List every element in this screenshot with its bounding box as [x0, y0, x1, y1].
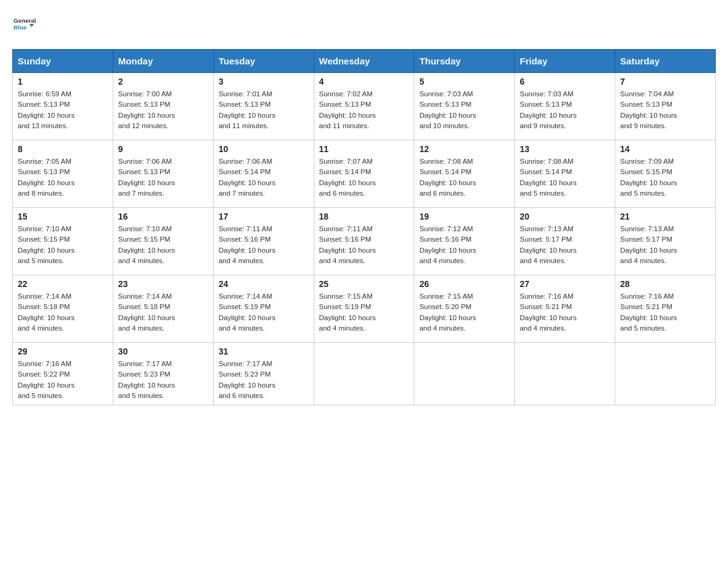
day-info: Sunrise: 7:08 AM Sunset: 5:14 PM Dayligh…	[520, 156, 610, 199]
day-number: 10	[219, 144, 309, 154]
day-info: Sunrise: 7:14 AM Sunset: 5:19 PM Dayligh…	[219, 291, 309, 334]
calendar-cell: 9 Sunrise: 7:06 AM Sunset: 5:13 PM Dayli…	[113, 140, 213, 208]
day-info: Sunrise: 7:09 AM Sunset: 5:15 PM Dayligh…	[620, 156, 710, 199]
day-number: 26	[419, 279, 509, 289]
weekday-header-saturday: Saturday	[615, 50, 716, 73]
calendar-cell: 12 Sunrise: 7:08 AM Sunset: 5:14 PM Dayl…	[414, 140, 515, 208]
calendar-cell: 17 Sunrise: 7:11 AM Sunset: 5:16 PM Dayl…	[213, 208, 314, 275]
day-number: 28	[620, 279, 710, 289]
day-info: Sunrise: 7:13 AM Sunset: 5:17 PM Dayligh…	[620, 224, 710, 266]
day-info: Sunrise: 7:15 AM Sunset: 5:20 PM Dayligh…	[419, 291, 509, 334]
day-info: Sunrise: 7:00 AM Sunset: 5:13 PM Dayligh…	[118, 89, 208, 131]
day-number: 17	[219, 212, 309, 221]
svg-marker-1	[29, 24, 34, 27]
day-info: Sunrise: 7:11 AM Sunset: 5:16 PM Dayligh…	[219, 224, 309, 266]
calendar-cell	[615, 343, 716, 405]
day-number: 25	[319, 279, 409, 289]
calendar-cell: 24 Sunrise: 7:14 AM Sunset: 5:19 PM Dayl…	[213, 275, 314, 343]
day-info: Sunrise: 7:03 AM Sunset: 5:13 PM Dayligh…	[419, 89, 509, 131]
calendar-cell: 6 Sunrise: 7:03 AM Sunset: 5:13 PM Dayli…	[515, 73, 615, 140]
day-number: 16	[118, 212, 208, 221]
day-info: Sunrise: 7:04 AM Sunset: 5:13 PM Dayligh…	[620, 89, 710, 131]
day-info: Sunrise: 7:16 AM Sunset: 5:21 PM Dayligh…	[520, 291, 610, 334]
calendar-cell: 16 Sunrise: 7:10 AM Sunset: 5:15 PM Dayl…	[113, 208, 213, 275]
calendar-week-5: 29 Sunrise: 7:16 AM Sunset: 5:22 PM Dayl…	[13, 343, 716, 405]
day-number: 27	[520, 279, 610, 289]
calendar-cell: 8 Sunrise: 7:05 AM Sunset: 5:13 PM Dayli…	[13, 140, 113, 208]
weekday-header-monday: Monday	[113, 50, 213, 73]
day-number: 7	[620, 77, 710, 86]
day-number: 30	[118, 347, 208, 356]
weekday-header-friday: Friday	[515, 50, 615, 73]
day-info: Sunrise: 7:14 AM Sunset: 5:18 PM Dayligh…	[118, 291, 208, 334]
day-number: 20	[520, 212, 610, 221]
day-info: Sunrise: 7:02 AM Sunset: 5:13 PM Dayligh…	[319, 89, 409, 131]
day-info: Sunrise: 7:03 AM Sunset: 5:13 PM Dayligh…	[520, 89, 610, 131]
calendar-cell: 15 Sunrise: 7:10 AM Sunset: 5:15 PM Dayl…	[13, 208, 113, 275]
day-info: Sunrise: 7:10 AM Sunset: 5:15 PM Dayligh…	[118, 224, 208, 266]
calendar-cell: 18 Sunrise: 7:11 AM Sunset: 5:16 PM Dayl…	[314, 208, 414, 275]
calendar-cell: 10 Sunrise: 7:06 AM Sunset: 5:14 PM Dayl…	[213, 140, 314, 208]
day-number: 9	[118, 144, 208, 154]
day-info: Sunrise: 7:17 AM Sunset: 5:23 PM Dayligh…	[118, 359, 208, 401]
weekday-header-sunday: Sunday	[13, 50, 113, 73]
day-info: Sunrise: 7:07 AM Sunset: 5:14 PM Dayligh…	[319, 156, 409, 199]
calendar-cell: 29 Sunrise: 7:16 AM Sunset: 5:22 PM Dayl…	[13, 343, 113, 405]
day-number: 31	[219, 347, 309, 356]
calendar-cell: 30 Sunrise: 7:17 AM Sunset: 5:23 PM Dayl…	[113, 343, 213, 405]
day-info: Sunrise: 7:16 AM Sunset: 5:22 PM Dayligh…	[18, 359, 108, 401]
calendar-table: SundayMondayTuesdayWednesdayThursdayFrid…	[12, 49, 716, 405]
calendar-cell	[314, 343, 414, 405]
day-number: 23	[118, 279, 208, 289]
calendar-cell: 25 Sunrise: 7:15 AM Sunset: 5:19 PM Dayl…	[314, 275, 414, 343]
day-number: 21	[620, 212, 710, 221]
weekday-header-row: SundayMondayTuesdayWednesdayThursdayFrid…	[13, 50, 716, 73]
day-info: Sunrise: 7:17 AM Sunset: 5:23 PM Dayligh…	[219, 359, 309, 401]
calendar-week-4: 22 Sunrise: 7:14 AM Sunset: 5:18 PM Dayl…	[13, 275, 716, 343]
day-info: Sunrise: 7:10 AM Sunset: 5:15 PM Dayligh…	[18, 224, 108, 266]
day-number: 1	[18, 77, 108, 86]
day-number: 18	[319, 212, 409, 221]
day-number: 3	[219, 77, 309, 86]
day-info: Sunrise: 7:13 AM Sunset: 5:17 PM Dayligh…	[520, 224, 610, 266]
svg-text:Blue: Blue	[13, 24, 27, 31]
calendar-cell: 20 Sunrise: 7:13 AM Sunset: 5:17 PM Dayl…	[515, 208, 615, 275]
calendar-cell: 19 Sunrise: 7:12 AM Sunset: 5:16 PM Dayl…	[414, 208, 515, 275]
svg-text:General: General	[13, 17, 36, 24]
logo: General Blue	[12, 12, 36, 37]
calendar-cell: 1 Sunrise: 6:59 AM Sunset: 5:13 PM Dayli…	[13, 73, 113, 140]
day-number: 22	[18, 279, 108, 289]
day-number: 14	[620, 144, 710, 154]
day-number: 8	[18, 144, 108, 154]
calendar-cell: 3 Sunrise: 7:01 AM Sunset: 5:13 PM Dayli…	[213, 73, 314, 140]
calendar-week-3: 15 Sunrise: 7:10 AM Sunset: 5:15 PM Dayl…	[13, 208, 716, 275]
calendar-cell: 27 Sunrise: 7:16 AM Sunset: 5:21 PM Dayl…	[515, 275, 615, 343]
day-info: Sunrise: 7:06 AM Sunset: 5:14 PM Dayligh…	[219, 156, 309, 199]
page-header: General Blue	[12, 12, 716, 37]
calendar-cell: 22 Sunrise: 7:14 AM Sunset: 5:18 PM Dayl…	[13, 275, 113, 343]
day-number: 11	[319, 144, 409, 154]
day-info: Sunrise: 7:14 AM Sunset: 5:18 PM Dayligh…	[18, 291, 108, 334]
day-number: 13	[520, 144, 610, 154]
weekday-header-tuesday: Tuesday	[213, 50, 314, 73]
logo-icon: General Blue	[13, 12, 36, 34]
calendar-cell: 21 Sunrise: 7:13 AM Sunset: 5:17 PM Dayl…	[615, 208, 716, 275]
calendar-cell: 26 Sunrise: 7:15 AM Sunset: 5:20 PM Dayl…	[414, 275, 515, 343]
calendar-cell: 13 Sunrise: 7:08 AM Sunset: 5:14 PM Dayl…	[515, 140, 615, 208]
day-info: Sunrise: 7:16 AM Sunset: 5:21 PM Dayligh…	[620, 291, 710, 334]
day-number: 6	[520, 77, 610, 86]
day-number: 2	[118, 77, 208, 86]
day-info: Sunrise: 6:59 AM Sunset: 5:13 PM Dayligh…	[18, 89, 108, 131]
day-info: Sunrise: 7:12 AM Sunset: 5:16 PM Dayligh…	[419, 224, 509, 266]
calendar-week-1: 1 Sunrise: 6:59 AM Sunset: 5:13 PM Dayli…	[13, 73, 716, 140]
calendar-cell: 4 Sunrise: 7:02 AM Sunset: 5:13 PM Dayli…	[314, 73, 414, 140]
day-info: Sunrise: 7:05 AM Sunset: 5:13 PM Dayligh…	[18, 156, 108, 199]
day-number: 4	[319, 77, 409, 86]
calendar-cell: 23 Sunrise: 7:14 AM Sunset: 5:18 PM Dayl…	[113, 275, 213, 343]
calendar-cell	[515, 343, 615, 405]
day-info: Sunrise: 7:15 AM Sunset: 5:19 PM Dayligh…	[319, 291, 409, 334]
day-number: 19	[419, 212, 509, 221]
day-number: 24	[219, 279, 309, 289]
day-info: Sunrise: 7:08 AM Sunset: 5:14 PM Dayligh…	[419, 156, 509, 199]
day-info: Sunrise: 7:11 AM Sunset: 5:16 PM Dayligh…	[319, 224, 409, 266]
